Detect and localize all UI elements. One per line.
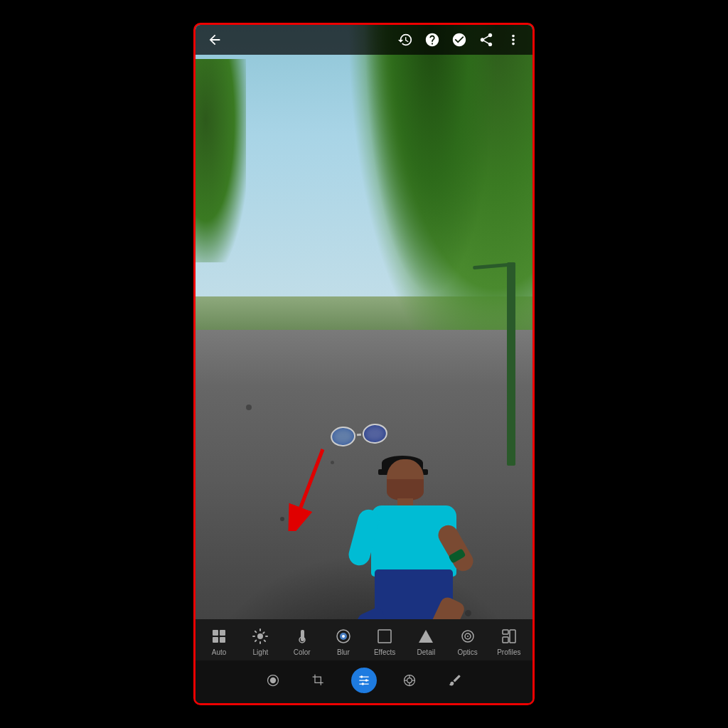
optics-icon: [458, 626, 478, 646]
tree-left: [196, 59, 246, 262]
tool-detail[interactable]: Detail: [407, 625, 444, 658]
light-icon: [250, 626, 270, 646]
svg-line-1: [294, 449, 323, 524]
svg-rect-5: [220, 637, 225, 643]
profiles-label: Profiles: [497, 648, 520, 656]
sub-tool-bar: [196, 660, 532, 703]
blur-icon: [333, 626, 353, 646]
svg-rect-18: [503, 637, 508, 643]
photo-area: [196, 25, 532, 703]
effects-label: Effects: [374, 648, 395, 656]
svg-rect-12: [378, 630, 391, 643]
profiles-icon: [499, 626, 519, 646]
svg-point-26: [365, 679, 368, 681]
check-icon[interactable]: [451, 32, 467, 48]
svg-point-11: [342, 635, 345, 638]
svg-point-27: [362, 682, 364, 685]
sub-mask-button[interactable]: [260, 668, 286, 693]
svg-point-6: [257, 633, 263, 639]
more-icon[interactable]: [505, 32, 521, 48]
tool-optics[interactable]: Optics: [449, 625, 486, 658]
svg-point-29: [407, 678, 412, 683]
back-button[interactable]: [207, 32, 223, 48]
detail-icon: [416, 626, 436, 646]
face-lower: [387, 479, 424, 500]
color-label: Color: [294, 648, 311, 656]
bridge: [356, 434, 360, 437]
photo-background: [196, 25, 532, 703]
tool-blur[interactable]: Blur: [325, 625, 362, 658]
help-icon[interactable]: [424, 32, 440, 48]
svg-point-25: [360, 675, 363, 678]
tool-light[interactable]: Light: [242, 625, 279, 658]
sub-selective-button[interactable]: [397, 668, 422, 693]
optics-label: Optics: [457, 648, 477, 656]
lens-left: [330, 426, 356, 448]
svg-point-21: [270, 678, 276, 683]
tool-profiles[interactable]: Profiles: [491, 625, 528, 658]
auto-label: Auto: [212, 648, 227, 656]
svg-rect-3: [220, 630, 225, 636]
svg-point-16: [467, 636, 469, 637]
bottom-area: Auto Light Color: [196, 619, 532, 703]
svg-rect-2: [213, 630, 218, 636]
svg-rect-4: [213, 637, 218, 643]
phone-frame: Auto Light Color: [193, 23, 535, 705]
light-label: Light: [253, 648, 269, 656]
svg-rect-17: [503, 630, 508, 634]
history-icon[interactable]: [397, 32, 413, 48]
top-bar: [196, 25, 532, 55]
fence-post: [507, 262, 515, 466]
svg-marker-13: [419, 630, 433, 643]
tree-center: [364, 25, 499, 296]
auto-icon: [209, 626, 229, 646]
texture-dot: [246, 405, 252, 410]
lens-right: [361, 423, 387, 445]
sub-crop-button[interactable]: [306, 668, 331, 693]
share-icon[interactable]: [478, 32, 494, 48]
tool-effects[interactable]: Effects: [366, 625, 403, 658]
svg-rect-7: [301, 630, 304, 641]
annotation-arrow: [280, 446, 337, 534]
sub-brush-button[interactable]: [442, 668, 468, 693]
detail-label: Detail: [417, 648, 436, 656]
color-icon: [292, 626, 312, 646]
tool-auto[interactable]: Auto: [200, 625, 237, 658]
tool-color[interactable]: Color: [284, 625, 321, 658]
tool-bar: Auto Light Color: [196, 619, 532, 660]
sub-adjust-button[interactable]: [351, 668, 377, 693]
blur-label: Blur: [337, 648, 350, 656]
svg-rect-19: [510, 630, 515, 643]
effects-icon: [375, 626, 395, 646]
